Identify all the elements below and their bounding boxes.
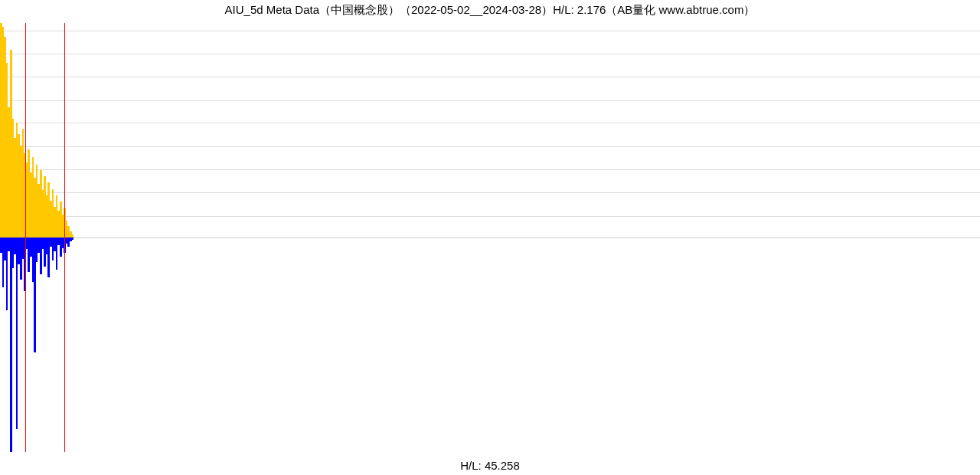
chart-title: AIU_5d Meta Data（中国概念股）（2022-05-02__2024… xyxy=(0,0,980,18)
marker-vline xyxy=(25,23,26,452)
chart-footer-label: H/L: 45.258 xyxy=(0,459,980,472)
chart-plot-area xyxy=(0,23,980,452)
marker-vline xyxy=(64,23,65,452)
chart-bar xyxy=(72,238,74,240)
chart-bar xyxy=(10,238,12,452)
chart-bars-container xyxy=(0,23,980,452)
chart-bar xyxy=(16,238,18,429)
